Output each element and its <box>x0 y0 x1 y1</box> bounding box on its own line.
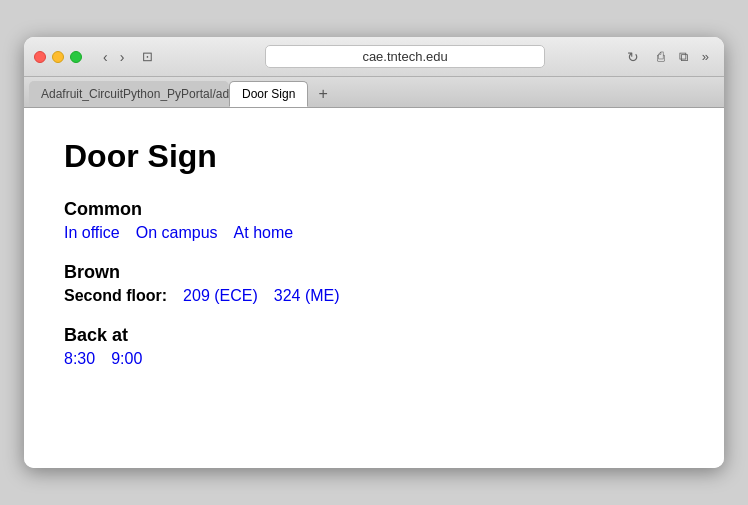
back-button[interactable]: ‹ <box>98 47 113 67</box>
tabs-button[interactable]: ⧉ <box>674 47 693 67</box>
link-900[interactable]: 9:00 <box>111 350 142 368</box>
page-content: Door Sign Common In office On campus At … <box>24 108 724 468</box>
link-in-office[interactable]: In office <box>64 224 120 242</box>
section-common: Common In office On campus At home <box>64 199 684 242</box>
traffic-lights <box>34 51 82 63</box>
reader-button[interactable]: ⊡ <box>137 47 158 66</box>
brown-sub-label: Second floor: <box>64 287 167 305</box>
more-button[interactable]: » <box>697 47 714 66</box>
maximize-button[interactable] <box>70 51 82 63</box>
back-at-heading: Back at <box>64 325 684 346</box>
link-at-home[interactable]: At home <box>234 224 294 242</box>
tab-adafruit[interactable]: Adafruit_CircuitPython_PyPortal/adafruit… <box>29 81 229 107</box>
tab-doorsign-label: Door Sign <box>242 87 295 101</box>
reload-button[interactable]: ↻ <box>627 49 639 65</box>
address-bar-area: cae.tntech.edu ↻ <box>166 45 643 68</box>
link-830[interactable]: 8:30 <box>64 350 95 368</box>
common-links: In office On campus At home <box>64 224 684 242</box>
tabs-bar: Adafruit_CircuitPython_PyPortal/adafruit… <box>24 77 724 108</box>
share-button[interactable]: ⎙ <box>652 47 670 66</box>
minimize-button[interactable] <box>52 51 64 63</box>
title-bar: ‹ › ⊡ cae.tntech.edu ↻ ⎙ ⧉ » <box>24 37 724 77</box>
add-tab-button[interactable]: + <box>310 81 335 107</box>
brown-links: Second floor: 209 (ECE) 324 (ME) <box>64 287 684 305</box>
link-324-me[interactable]: 324 (ME) <box>274 287 340 305</box>
browser-window: ‹ › ⊡ cae.tntech.edu ↻ ⎙ ⧉ » Adafruit_Ci… <box>24 37 724 468</box>
page-title: Door Sign <box>64 138 684 175</box>
back-at-links: 8:30 9:00 <box>64 350 684 368</box>
link-on-campus[interactable]: On campus <box>136 224 218 242</box>
brown-heading: Brown <box>64 262 684 283</box>
right-buttons: ⎙ ⧉ » <box>652 47 714 67</box>
tab-adafruit-label: Adafruit_CircuitPython_PyPortal/adafruit… <box>41 87 229 101</box>
close-button[interactable] <box>34 51 46 63</box>
section-back-at: Back at 8:30 9:00 <box>64 325 684 368</box>
common-heading: Common <box>64 199 684 220</box>
link-209-ece[interactable]: 209 (ECE) <box>183 287 258 305</box>
section-brown: Brown Second floor: 209 (ECE) 324 (ME) <box>64 262 684 305</box>
nav-buttons: ‹ › <box>98 47 129 67</box>
tab-doorsign[interactable]: Door Sign <box>229 81 308 107</box>
address-bar[interactable]: cae.tntech.edu <box>265 45 545 68</box>
forward-button[interactable]: › <box>115 47 130 67</box>
